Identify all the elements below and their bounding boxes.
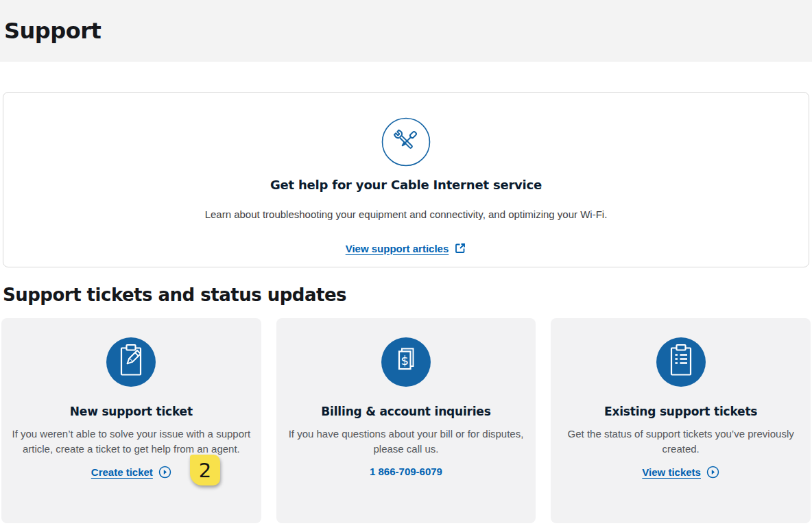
clipboard-pencil-icon (106, 337, 156, 387)
card-title: New support ticket (8, 405, 254, 418)
existing-tickets-card: Existing support tickets Get the status … (551, 318, 811, 523)
page-title: Support (4, 18, 101, 44)
page-header: Support (0, 0, 812, 62)
view-tickets-label: View tickets (642, 466, 701, 478)
ticket-cards-row: New support ticket If you weren’t able t… (0, 318, 812, 523)
annotation-marker-2: 2 (190, 455, 220, 485)
create-ticket-link[interactable]: Create ticket (91, 466, 171, 479)
clipboard-list-icon (656, 337, 706, 387)
hero-description: Learn about troubleshooting your equipme… (3, 209, 809, 220)
card-description: Get the status of support tickets you’ve… (558, 427, 804, 457)
view-support-articles-label: View support articles (346, 243, 449, 254)
card-title: Existing support tickets (558, 405, 804, 418)
card-description: If you have questions about your bill or… (283, 427, 529, 457)
circle-arrow-icon (158, 466, 171, 479)
view-support-articles-link[interactable]: View support articles (346, 242, 467, 254)
hero-help-card: Get help for your Cable Internet service… (3, 92, 809, 267)
crossed-tools-icon (381, 117, 431, 167)
circle-arrow-icon (706, 466, 719, 479)
create-ticket-label: Create ticket (91, 466, 153, 478)
card-title: Billing & account inquiries (283, 405, 529, 418)
billing-phone-number[interactable]: 1 866-709-6079 (370, 466, 442, 477)
new-support-ticket-card: New support ticket If you weren’t able t… (1, 318, 261, 523)
external-link-icon (454, 242, 466, 254)
card-description: If you weren’t able to solve your issue … (8, 427, 254, 457)
svg-text:$: $ (401, 353, 409, 368)
tickets-section-title: Support tickets and status updates (3, 285, 809, 305)
view-tickets-link[interactable]: View tickets (642, 466, 719, 479)
hero-title: Get help for your Cable Internet service (3, 178, 809, 192)
billing-invoice-icon: $ (381, 337, 431, 387)
billing-inquiries-card: $ Billing & account inquiries If you hav… (276, 318, 536, 523)
